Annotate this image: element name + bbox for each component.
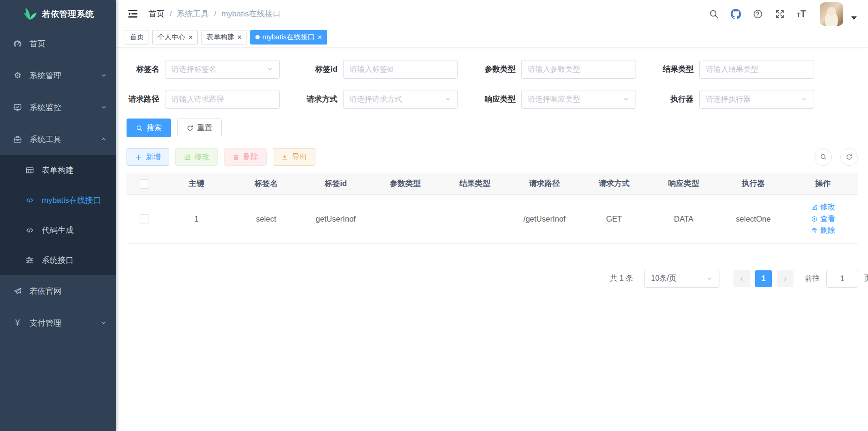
search-circle-icon: [820, 153, 827, 161]
row-delete-link[interactable]: 删除: [811, 226, 835, 236]
cell-request-path: /getUserInof: [510, 194, 580, 243]
cell-request-method: GET: [579, 194, 649, 243]
chevron-down-icon: [801, 96, 808, 103]
cell-tag-id: getUserInof: [301, 194, 371, 243]
field-executor: 执行器 请选择执行器: [661, 90, 814, 109]
refresh-table-button[interactable]: [840, 149, 858, 166]
tab-home[interactable]: 首页: [125, 30, 149, 45]
cell-param-type: [371, 194, 441, 243]
fullscreen-icon[interactable]: [775, 9, 785, 19]
page-number-button[interactable]: 1: [755, 270, 772, 287]
sidebar-item-system-tools[interactable]: 系统工具: [0, 123, 116, 155]
trash-icon: [232, 154, 239, 161]
next-page-button[interactable]: [777, 270, 793, 287]
search-icon[interactable]: [709, 9, 719, 19]
field-param-type: 参数类型: [483, 60, 636, 79]
request-path-input-wrap: [165, 90, 280, 109]
cell-result-type: [440, 194, 510, 243]
sidebar-item-system-monitor[interactable]: 系统监控: [0, 91, 116, 123]
chevron-down-icon: [100, 104, 107, 111]
chevron-down-icon: [100, 72, 107, 79]
edit-icon: [184, 154, 191, 161]
caret-down-icon[interactable]: [851, 16, 857, 20]
active-dot: [255, 35, 260, 39]
breadcrumb: 首页 / 系统工具 / mybatis在线接口: [149, 8, 281, 19]
app-logo[interactable]: 若依管理系统: [0, 0, 116, 28]
close-icon[interactable]: ×: [317, 34, 322, 41]
close-icon[interactable]: ×: [237, 34, 241, 41]
result-type-input[interactable]: [706, 65, 808, 74]
col-header: 标签名: [232, 173, 301, 194]
tag-id-input[interactable]: [350, 65, 451, 74]
tab-mybatis-api[interactable]: mybatis在线接口 ×: [250, 30, 327, 45]
goto-label: 前往: [805, 274, 820, 283]
sidebar-item-system-api[interactable]: 系统接口: [0, 245, 116, 275]
col-header: 标签id: [301, 173, 371, 194]
response-type-select[interactable]: 请选择响应类型: [521, 90, 636, 109]
row-view-link[interactable]: 查看: [811, 214, 835, 224]
sidebar-item-label: 系统工具: [30, 134, 61, 145]
data-table: 主键 标签名 标签id 参数类型 结果类型 请求路径 请求方式 响应类型 执行器…: [127, 173, 858, 244]
chevron-down-icon: [267, 66, 273, 73]
paper-plane-icon: [13, 287, 22, 296]
row-actions: 修改 查看 删除: [788, 202, 858, 236]
executor-select[interactable]: 请选择执行器: [699, 90, 814, 109]
row-edit-link[interactable]: 修改: [811, 202, 835, 212]
github-icon[interactable]: [731, 9, 741, 19]
prev-page-button[interactable]: [733, 270, 750, 287]
tab-label: 表单构建: [206, 33, 234, 42]
sidebar-item-mybatis-api[interactable]: mybatis在线接口: [0, 185, 116, 215]
sidebar-fold-icon[interactable]: [127, 8, 138, 19]
table-row[interactable]: 1 select getUserInof /getUserInof GET DA…: [127, 194, 858, 243]
col-header: 执行器: [718, 173, 788, 194]
edit-button[interactable]: 修改: [175, 148, 218, 166]
edit-icon: [811, 204, 818, 211]
sidebar-item-form-builder[interactable]: 表单构建: [0, 155, 116, 185]
sidebar-item-label: 代码生成: [42, 225, 74, 236]
col-header: 响应类型: [649, 173, 719, 194]
tab-profile[interactable]: 个人中心 ×: [152, 30, 198, 45]
cell-id: 1: [162, 194, 232, 243]
row-checkbox[interactable]: [140, 214, 149, 223]
page-size-select[interactable]: 10条/页: [644, 270, 719, 288]
tab-label: 个人中心: [157, 33, 186, 42]
tag-name-select[interactable]: 请选择标签名: [165, 60, 280, 79]
goto-page-input[interactable]: 1: [826, 270, 858, 288]
toggle-search-button[interactable]: [815, 149, 832, 166]
chevron-left-icon: [739, 275, 745, 282]
question-icon[interactable]: [753, 9, 763, 19]
sliders-icon: [25, 256, 34, 265]
sidebar-item-code-gen[interactable]: 代码生成: [0, 215, 116, 245]
add-button[interactable]: 新增: [127, 148, 169, 166]
sidebar-item-label: 系统监控: [30, 102, 61, 113]
avatar[interactable]: [820, 2, 843, 26]
export-button[interactable]: 导出: [273, 148, 315, 166]
select-all-checkbox[interactable]: [140, 179, 149, 189]
chevron-right-icon: [782, 275, 788, 282]
sidebar-item-ruoyi-website[interactable]: 若依官网: [0, 275, 116, 307]
breadcrumb-home[interactable]: 首页: [149, 8, 165, 19]
request-path-input[interactable]: [172, 95, 273, 104]
delete-button[interactable]: 删除: [224, 148, 267, 166]
reset-button[interactable]: 重置: [177, 119, 222, 137]
chevron-down-icon: [623, 96, 629, 103]
field-tag-name: 标签名 请选择标签名: [127, 60, 280, 79]
param-type-input[interactable]: [528, 65, 629, 74]
tab-form-builder[interactable]: 表单构建 ×: [201, 30, 247, 45]
refresh-icon: [187, 125, 194, 132]
sidebar-item-system-manage[interactable]: ⚙ 系统管理: [0, 59, 116, 91]
search-actions: 搜索 重置: [127, 119, 858, 137]
request-method-select[interactable]: 请选择请求方式: [343, 90, 458, 109]
code-icon: [25, 196, 34, 205]
fontsize-icon[interactable]: TT: [797, 8, 806, 19]
chevron-down-icon: [445, 96, 451, 103]
search-button[interactable]: 搜索: [127, 119, 171, 137]
refresh-circle-icon: [846, 153, 853, 161]
sidebar-submenu-system-tools: 表单构建 mybatis在线接口 代码生成 系统接口: [0, 155, 116, 275]
col-header: 结果类型: [440, 173, 510, 194]
sidebar-item-payment-manage[interactable]: ¥ 支付管理: [0, 307, 116, 339]
sidebar: 若依管理系统 首页 ⚙ 系统管理 系统监控 系统工具: [0, 0, 116, 431]
close-icon[interactable]: ×: [188, 34, 193, 41]
code-icon: [25, 226, 34, 235]
sidebar-item-home[interactable]: 首页: [0, 28, 116, 59]
